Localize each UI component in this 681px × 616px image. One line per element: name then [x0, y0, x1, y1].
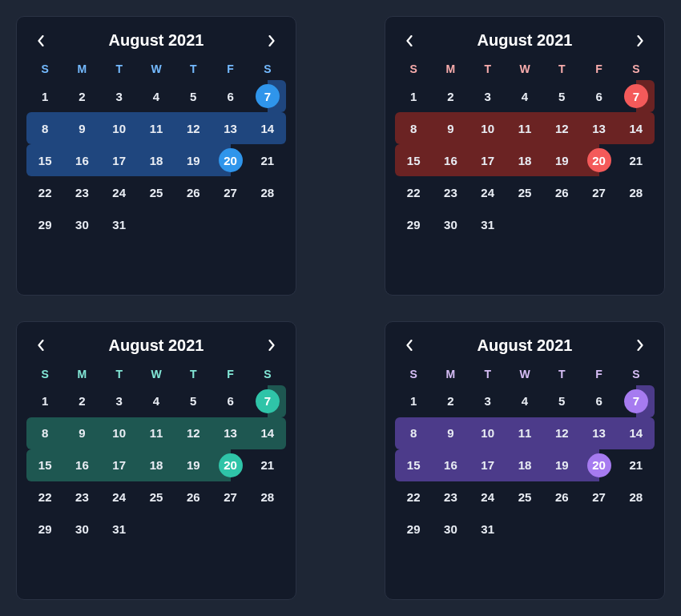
day-cell[interactable]: 7 [249, 385, 286, 417]
day-cell[interactable]: 2 [63, 385, 100, 417]
day-cell[interactable]: 20 [580, 449, 617, 481]
day-cell[interactable]: 20 [212, 144, 248, 176]
day-cell[interactable]: 12 [543, 417, 580, 449]
day-cell[interactable]: 8 [26, 112, 63, 144]
day-cell[interactable]: 18 [506, 449, 543, 481]
day-cell[interactable]: 27 [212, 481, 248, 513]
day-cell[interactable]: 4 [138, 385, 175, 417]
day-cell[interactable]: 5 [175, 385, 212, 417]
day-cell[interactable]: 26 [175, 481, 212, 513]
day-cell[interactable]: 24 [101, 176, 138, 208]
day-cell[interactable]: 25 [138, 481, 175, 513]
day-cell[interactable]: 11 [138, 112, 175, 144]
day-cell[interactable]: 19 [175, 144, 212, 176]
day-cell[interactable]: 29 [26, 513, 63, 546]
day-cell[interactable]: 6 [212, 385, 248, 417]
day-cell[interactable]: 22 [26, 176, 63, 208]
day-cell[interactable]: 29 [26, 208, 63, 240]
day-cell[interactable]: 29 [395, 513, 432, 546]
day-cell[interactable]: 21 [249, 449, 286, 481]
day-cell[interactable]: 8 [26, 417, 63, 449]
day-cell[interactable]: 28 [249, 481, 286, 513]
day-cell[interactable]: 17 [469, 144, 506, 176]
day-cell[interactable]: 15 [26, 449, 63, 481]
day-cell[interactable]: 31 [469, 208, 506, 240]
day-cell[interactable]: 14 [249, 417, 286, 449]
day-cell[interactable]: 31 [101, 513, 138, 546]
day-cell[interactable]: 11 [506, 417, 543, 449]
day-cell[interactable]: 19 [175, 449, 212, 481]
day-cell[interactable]: 23 [63, 481, 100, 513]
day-cell[interactable]: 11 [138, 417, 175, 449]
day-cell[interactable]: 25 [506, 481, 543, 513]
day-cell[interactable]: 14 [618, 417, 655, 449]
day-cell[interactable]: 16 [63, 449, 100, 481]
day-cell[interactable]: 13 [580, 112, 617, 144]
day-cell[interactable]: 18 [138, 449, 175, 481]
day-cell[interactable]: 2 [432, 80, 469, 112]
day-cell[interactable]: 10 [101, 417, 138, 449]
day-cell[interactable]: 13 [212, 417, 248, 449]
next-month-button[interactable] [264, 337, 280, 353]
day-cell[interactable]: 30 [63, 208, 100, 240]
day-cell[interactable]: 17 [101, 144, 138, 176]
day-cell[interactable]: 19 [543, 449, 580, 481]
day-cell[interactable]: 31 [469, 513, 506, 546]
day-cell[interactable]: 9 [63, 112, 100, 144]
day-cell[interactable]: 10 [469, 417, 506, 449]
next-month-button[interactable] [264, 33, 280, 49]
day-cell[interactable]: 28 [249, 176, 286, 208]
day-cell[interactable]: 28 [618, 481, 655, 513]
prev-month-button[interactable] [401, 337, 417, 353]
day-cell[interactable]: 2 [63, 80, 100, 112]
day-cell[interactable]: 21 [249, 144, 286, 176]
prev-month-button[interactable] [401, 33, 417, 49]
day-cell[interactable]: 28 [618, 176, 655, 208]
day-cell[interactable]: 25 [138, 176, 175, 208]
day-cell[interactable]: 17 [469, 449, 506, 481]
day-cell[interactable]: 1 [26, 385, 63, 417]
day-cell[interactable]: 20 [212, 449, 248, 481]
day-cell[interactable]: 10 [469, 112, 506, 144]
day-cell[interactable]: 10 [101, 112, 138, 144]
day-cell[interactable]: 2 [432, 385, 469, 417]
day-cell[interactable]: 6 [212, 80, 248, 112]
day-cell[interactable]: 16 [63, 144, 100, 176]
day-cell[interactable]: 4 [506, 80, 543, 112]
day-cell[interactable]: 21 [618, 144, 655, 176]
day-cell[interactable]: 17 [101, 449, 138, 481]
day-cell[interactable]: 30 [63, 513, 100, 546]
day-cell[interactable]: 12 [543, 112, 580, 144]
day-cell[interactable]: 22 [395, 481, 432, 513]
day-cell[interactable]: 24 [469, 481, 506, 513]
day-cell[interactable]: 3 [469, 385, 506, 417]
day-cell[interactable]: 26 [543, 176, 580, 208]
day-cell[interactable]: 3 [469, 80, 506, 112]
day-cell[interactable]: 7 [249, 80, 286, 112]
day-cell[interactable]: 7 [618, 80, 655, 112]
day-cell[interactable]: 27 [580, 176, 617, 208]
day-cell[interactable]: 19 [543, 144, 580, 176]
day-cell[interactable]: 1 [395, 80, 432, 112]
day-cell[interactable]: 22 [26, 481, 63, 513]
day-cell[interactable]: 9 [63, 417, 100, 449]
prev-month-button[interactable] [33, 337, 49, 353]
day-cell[interactable]: 11 [506, 112, 543, 144]
prev-month-button[interactable] [33, 33, 49, 49]
day-cell[interactable]: 8 [395, 417, 432, 449]
day-cell[interactable]: 4 [506, 385, 543, 417]
day-cell[interactable]: 16 [432, 144, 469, 176]
day-cell[interactable]: 29 [395, 208, 432, 240]
day-cell[interactable]: 18 [138, 144, 175, 176]
day-cell[interactable]: 20 [580, 144, 617, 176]
day-cell[interactable]: 23 [63, 176, 100, 208]
day-cell[interactable]: 22 [395, 176, 432, 208]
day-cell[interactable]: 3 [101, 80, 138, 112]
day-cell[interactable]: 15 [395, 449, 432, 481]
day-cell[interactable]: 9 [432, 112, 469, 144]
day-cell[interactable]: 21 [618, 449, 655, 481]
day-cell[interactable]: 6 [580, 80, 617, 112]
day-cell[interactable]: 12 [175, 417, 212, 449]
day-cell[interactable]: 4 [138, 80, 175, 112]
day-cell[interactable]: 26 [175, 176, 212, 208]
